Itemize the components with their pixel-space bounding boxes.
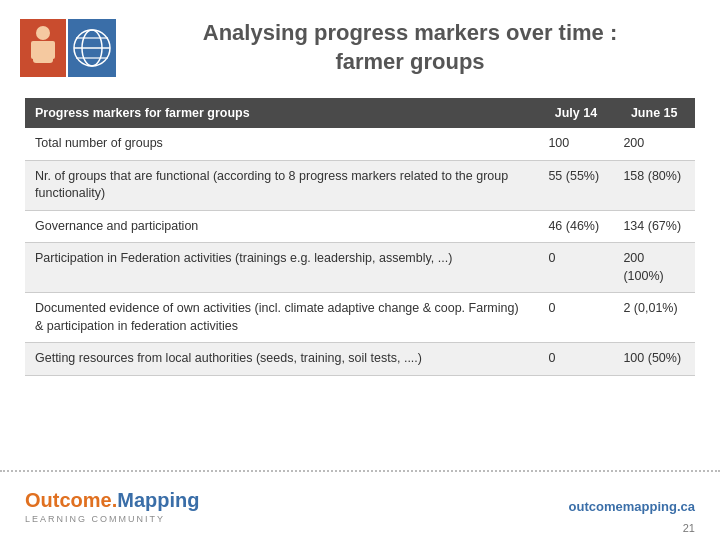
svg-point-1 — [36, 26, 50, 40]
row-july-value: 0 — [538, 243, 613, 293]
page-title: Analysing progress markers over time : f… — [120, 19, 690, 76]
row-june-value: 200 (100%) — [613, 243, 695, 293]
row-label: Total number of groups — [25, 128, 538, 160]
footer-url: outcomemapping.ca — [569, 499, 695, 514]
row-label: Participation in Federation activities (… — [25, 243, 538, 293]
svg-rect-3 — [31, 41, 38, 59]
footer-mapping-text: Mapping — [117, 489, 199, 512]
progress-markers-table: Progress markers for farmer groups July … — [25, 98, 695, 376]
footer-right: outcomemapping.ca — [569, 499, 695, 514]
header: Analysing progress markers over time : f… — [0, 0, 720, 88]
row-label: Nr. of groups that are functional (accor… — [25, 160, 538, 210]
col-header-june: June 15 — [613, 98, 695, 128]
svg-rect-4 — [48, 41, 55, 59]
row-june-value: 100 (50%) — [613, 343, 695, 376]
row-june-value: 134 (67%) — [613, 210, 695, 243]
row-june-value: 2 (0,01%) — [613, 293, 695, 343]
table-row: Nr. of groups that are functional (accor… — [25, 160, 695, 210]
table-row: Total number of groups100200 — [25, 128, 695, 160]
logo-icon — [20, 19, 116, 77]
footer-logo-top: Outcome. Mapping — [25, 489, 199, 512]
page-number: 21 — [683, 522, 695, 534]
table-row: Participation in Federation activities (… — [25, 243, 695, 293]
footer: Outcome. Mapping LEARNING COMMUNITY outc… — [0, 470, 720, 540]
table-row: Documented evidence of own activities (i… — [25, 293, 695, 343]
logo — [20, 18, 120, 78]
row-label: Documented evidence of own activities (i… — [25, 293, 538, 343]
row-july-value: 0 — [538, 343, 613, 376]
row-july-value: 100 — [538, 128, 613, 160]
footer-outcome-text: Outcome. — [25, 489, 117, 512]
table-header-row: Progress markers for farmer groups July … — [25, 98, 695, 128]
row-july-value: 55 (55%) — [538, 160, 613, 210]
table-row: Governance and participation46 (46%)134 … — [25, 210, 695, 243]
col-header-label: Progress markers for farmer groups — [25, 98, 538, 128]
row-label: Getting resources from local authorities… — [25, 343, 538, 376]
row-label: Governance and participation — [25, 210, 538, 243]
footer-subtitle: LEARNING COMMUNITY — [25, 514, 199, 524]
main-table-container: Progress markers for farmer groups July … — [25, 98, 695, 376]
row-june-value: 200 — [613, 128, 695, 160]
row-june-value: 158 (80%) — [613, 160, 695, 210]
row-july-value: 46 (46%) — [538, 210, 613, 243]
row-july-value: 0 — [538, 293, 613, 343]
table-row: Getting resources from local authorities… — [25, 343, 695, 376]
footer-logo: Outcome. Mapping LEARNING COMMUNITY — [25, 489, 199, 524]
col-header-july: July 14 — [538, 98, 613, 128]
